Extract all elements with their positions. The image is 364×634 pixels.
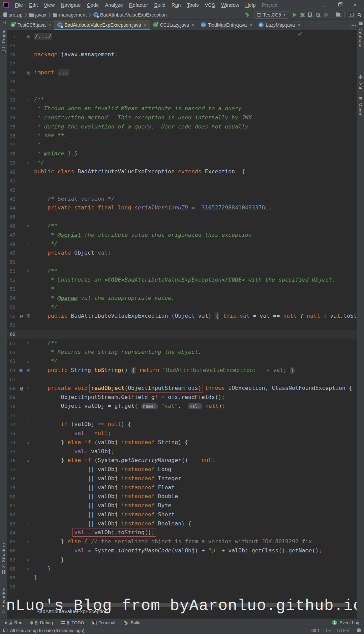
- editor[interactable]: 1+/.../2526package javax.management;2728…: [7, 30, 357, 618]
- tool-window-button-z--structure[interactable]: Z: Structure: [1, 543, 6, 574]
- line-number[interactable]: 52: [7, 278, 18, 283]
- code-text[interactable]: || valObj instanceof Long: [31, 465, 357, 474]
- code-text[interactable]: import ...: [31, 68, 357, 77]
- line-number[interactable]: 60: [7, 332, 18, 337]
- code-text[interactable]: */: [31, 357, 357, 366]
- line-number[interactable]: 49: [7, 250, 18, 256]
- code-text[interactable]: public BadAttributeValueExpException (Ob…: [31, 312, 357, 321]
- code-text[interactable]: val = null;: [31, 429, 357, 438]
- line-number[interactable]: 43: [7, 196, 18, 202]
- build-hammer-icon[interactable]: [245, 12, 250, 18]
- line-number[interactable]: 64: [7, 368, 18, 373]
- code-text[interactable]: public class BadAttributeValueExpExcepti…: [31, 167, 357, 176]
- line-number[interactable]: 75: [7, 449, 18, 454]
- line-number[interactable]: 33: [7, 106, 18, 111]
- close-tab-icon[interactable]: ×: [144, 22, 146, 28]
- line-number[interactable]: 81: [7, 503, 18, 508]
- code-text[interactable]: *: [31, 285, 357, 294]
- line-number[interactable]: 47: [7, 232, 18, 238]
- debug-button[interactable]: [301, 13, 304, 17]
- line-number[interactable]: 26: [7, 52, 18, 57]
- code-text[interactable]: * @param val the inappropriate value.: [31, 294, 357, 303]
- line-number[interactable]: 85: [7, 539, 18, 544]
- line-number[interactable]: 41: [7, 178, 18, 183]
- line-number[interactable]: 48: [7, 241, 18, 247]
- code-text[interactable]: /**: [31, 267, 357, 276]
- line-number[interactable]: 1: [7, 34, 18, 39]
- code-text[interactable]: val= valObj;: [31, 447, 357, 456]
- line-number[interactable]: 79: [7, 485, 18, 490]
- code-text[interactable]: } else if (System.getSecurityManager() =…: [31, 456, 357, 465]
- line-number[interactable]: 54: [7, 295, 18, 301]
- fold-expand-icon[interactable]: +: [26, 71, 31, 75]
- tab-LazyMap.java[interactable]: CLazyMap.java×: [255, 20, 304, 30]
- line-number[interactable]: 55: [7, 305, 18, 310]
- code-text[interactable]: /.../: [31, 32, 357, 41]
- line-number[interactable]: 50: [7, 259, 18, 265]
- code-text[interactable]: private Object val;: [31, 249, 357, 258]
- run-with-coverage-button[interactable]: [308, 12, 312, 17]
- line-ending-indicator[interactable]: LF: [326, 628, 331, 633]
- tab-list-icon[interactable]: ≡: [351, 22, 354, 27]
- fold-end-icon[interactable]: ▵: [26, 458, 31, 463]
- line-number[interactable]: 90: [7, 584, 18, 589]
- tool-window-button-favorites[interactable]: Favorites☆: [1, 588, 6, 614]
- code-text[interactable]: /**: [31, 339, 357, 348]
- code-text[interactable]: * Thrown when an invalid MBean attribute…: [31, 104, 357, 113]
- menu-item-edit[interactable]: Edit: [26, 2, 41, 8]
- line-number[interactable]: 61: [7, 341, 18, 346]
- code-text[interactable]: }: [31, 555, 357, 565]
- line-number[interactable]: 73: [7, 431, 18, 436]
- event-log-button[interactable]: 1Event Log: [332, 620, 359, 625]
- line-number[interactable]: 76: [7, 458, 18, 463]
- fold-collapse-icon[interactable]: ▿: [26, 224, 31, 228]
- line-number[interactable]: 25: [7, 43, 18, 48]
- code-text[interactable]: }: [31, 573, 357, 582]
- code-text[interactable]: || valObj instanceof Float: [31, 483, 357, 492]
- annotation-gutter-icon[interactable]: @: [18, 314, 26, 319]
- code-text[interactable]: * @since 1.5: [31, 149, 357, 158]
- fold-collapse-icon[interactable]: ▿: [26, 422, 31, 427]
- fold-end-icon[interactable]: ▵: [26, 161, 31, 165]
- menu-item-view[interactable]: View: [41, 2, 58, 8]
- stop-button[interactable]: [324, 13, 328, 17]
- close-tab-icon[interactable]: ×: [298, 22, 300, 28]
- menu-item-refactor[interactable]: Refactor: [126, 2, 151, 8]
- code-area[interactable]: 1+/.../2526package javax.management;2728…: [7, 30, 357, 592]
- line-number[interactable]: 32: [7, 97, 18, 103]
- menu-item-project[interactable]: Project: [259, 2, 281, 8]
- line-number[interactable]: 42: [7, 187, 18, 193]
- menu-item-file[interactable]: File: [12, 2, 26, 8]
- caret-position[interactable]: 60:1: [311, 628, 320, 633]
- tool-window-quick-access-icon[interactable]: [2, 21, 6, 24]
- tool-window-button-ant[interactable]: Ant: [358, 75, 363, 89]
- line-number[interactable]: 86: [7, 548, 18, 553]
- close-button[interactable]: ×: [353, 2, 358, 8]
- code-text[interactable]: val = valObj.toString();: [31, 528, 357, 537]
- fold-collapse-icon[interactable]: ▿: [26, 341, 31, 345]
- fold-end-icon[interactable]: ▵: [26, 305, 31, 309]
- menu-item-run[interactable]: Run: [169, 2, 184, 8]
- menu-item-window[interactable]: Window: [218, 2, 242, 8]
- line-number[interactable]: 78: [7, 476, 18, 481]
- overrides-method-icon[interactable]: ↑: [18, 368, 26, 373]
- tab-TestCC5.java[interactable]: CTestCC5.java×: [7, 20, 54, 30]
- menu-item-tools[interactable]: Tools: [184, 2, 202, 8]
- code-text[interactable]: * @serial The attribute value that origi…: [31, 231, 357, 240]
- code-text[interactable]: * constructing method. This exception is…: [31, 113, 357, 122]
- line-number[interactable]: 87: [7, 557, 18, 563]
- code-text[interactable]: * during the evaluation of a query. User…: [31, 122, 357, 132]
- annotation-gutter-icon[interactable]: @: [18, 386, 26, 391]
- breadcrumb-item-javax[interactable]: javax: [29, 12, 47, 18]
- line-number[interactable]: 28: [7, 70, 18, 75]
- code-text[interactable]: } else if (valObj instanceof String) {: [31, 438, 357, 447]
- fold-collapse-icon[interactable]: ▿: [26, 269, 31, 273]
- line-number[interactable]: 27: [7, 61, 18, 66]
- tool-window-button-terminal[interactable]: Terminal: [92, 620, 115, 625]
- tab-BadAttributeValueExpException.java[interactable]: BadAttributeValueExpException.java×: [54, 20, 150, 30]
- tab-CC1Lazy.java[interactable]: CCC1Lazy.java×: [150, 20, 198, 30]
- line-number[interactable]: 67: [7, 377, 18, 382]
- line-number[interactable]: 89: [7, 575, 18, 580]
- code-text[interactable]: || valObj instanceof Integer: [31, 474, 357, 483]
- project-structure-icon[interactable]: [336, 13, 340, 17]
